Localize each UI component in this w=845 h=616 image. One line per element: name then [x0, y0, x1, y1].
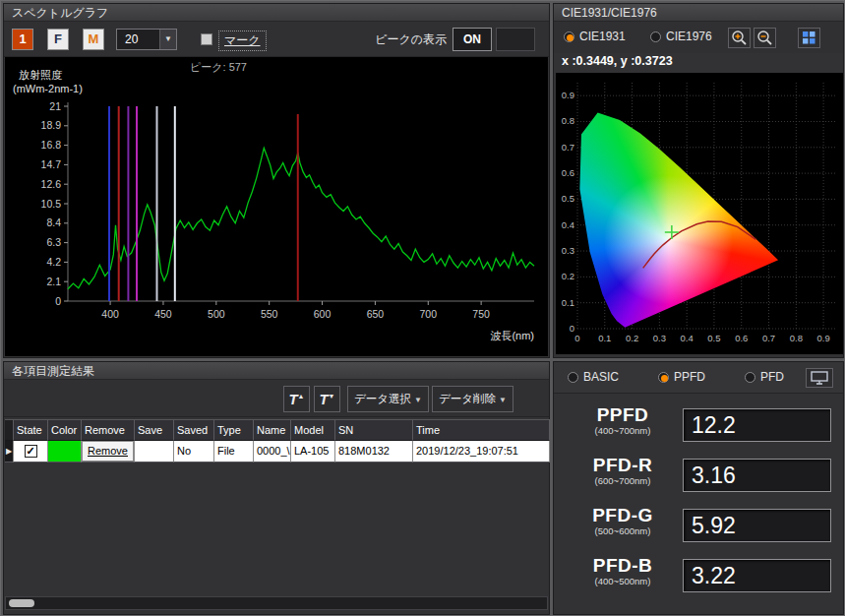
average-count-value: 20 [125, 32, 138, 46]
column-header-save[interactable]: Save [135, 419, 174, 441]
y-axis-title-line1: 放射照度 [19, 68, 62, 83]
metric-label-block: PPFD(400~700nm) [564, 404, 682, 436]
cie-panel-title: CIE1931/CIE1976 [554, 4, 843, 22]
radio-label: BASIC [583, 370, 619, 384]
data-select-label: データ選択 [354, 393, 411, 404]
font-decrease-button[interactable]: T▼ [314, 386, 340, 412]
horizontal-scrollbar[interactable] [5, 596, 548, 610]
time-cell: 2019/12/23_19:07:51 [413, 441, 550, 462]
y-tick-label: 4.2 [46, 256, 61, 268]
peak-value-label: ピーク: 577 [190, 60, 247, 75]
radio-ppfd[interactable]: PPFD [658, 370, 705, 384]
radio-cie1976[interactable]: CIE1976 [650, 30, 712, 43]
radio-icon [658, 372, 669, 383]
planckian-locus [643, 221, 756, 268]
row-selector-header [5, 419, 14, 441]
x-tick-label: 450 [154, 308, 172, 320]
average-count-select[interactable]: 20 ▼ [116, 29, 177, 50]
font-increase-button[interactable]: T▲ [283, 386, 310, 412]
radio-icon [568, 372, 578, 383]
state-cell[interactable]: ✓ [14, 441, 48, 462]
minus-icon: ▼ [329, 393, 335, 400]
scrollbar-thumb[interactable] [9, 599, 34, 607]
remove-button[interactable]: Remove [82, 441, 135, 462]
radio-cie1931[interactable]: CIE1931 [564, 30, 626, 43]
metric-name: PFD-G [564, 505, 682, 526]
ppfd-panel: BASICPPFDPFD PPFD(400~700nm)12.2PFD-R(60… [553, 361, 844, 615]
peak-display-on-button[interactable]: ON [453, 28, 492, 51]
check-icon: ✓ [26, 446, 34, 457]
y-tick-label: 10.5 [41, 198, 62, 210]
y-tick-label: 18.9 [41, 119, 62, 131]
spectrum-chart: 2118.916.814.712.610.58.46.34.22.1040045… [5, 57, 548, 356]
metric-range: (400~700nm) [564, 425, 682, 436]
x-tick-label: 700 [420, 308, 438, 320]
y-tick-label: 21 [49, 100, 61, 112]
state-checkbox[interactable]: ✓ [25, 445, 37, 458]
x-tick-label: 400 [101, 308, 119, 320]
peak-display-off-button[interactable] [496, 28, 535, 51]
data-delete-label: データ削除 [439, 393, 496, 404]
mark-checkbox[interactable] [201, 33, 212, 45]
fit-view-button[interactable] [798, 28, 820, 48]
row-selector-icon: ▶ [6, 447, 12, 456]
metric-row-pfd-g: PFD-G(500~600nm)5.92 [554, 502, 843, 552]
mark-label[interactable]: マーク [218, 31, 267, 51]
x-tick-label: 550 [261, 308, 278, 320]
spectrum-panel: スペクトルグラフ 1 F M 20 ▼ マーク ピークの表示 ON 2118.9… [3, 3, 550, 358]
chevron-down-icon: ▼ [159, 30, 176, 49]
name-cell: 0000_\ [254, 441, 291, 462]
column-header-saved[interactable]: Saved [174, 419, 214, 441]
display-capture-button[interactable] [806, 368, 833, 388]
saved-cell: No [174, 441, 214, 462]
metric-label-block: PFD-G(500~600nm) [564, 505, 682, 536]
column-header-state[interactable]: State [14, 419, 48, 441]
column-header-time[interactable]: Time [413, 419, 550, 441]
y-tick-label: 2.1 [46, 276, 61, 287]
view-m-button[interactable]: M [83, 29, 104, 50]
column-header-name[interactable]: Name [254, 419, 291, 441]
column-header-type[interactable]: Type [214, 419, 254, 441]
display-icon [807, 369, 832, 387]
results-panel: 各項目測定結果 T▲ T▼ データ選択▼ データ削除▼ StateColorRe… [3, 361, 550, 615]
cie-toolbar: CIE1931 CIE1976 [554, 22, 843, 53]
chromaticity-coords: x :0.3449, y :0.3723 [562, 54, 673, 68]
radio-icon [745, 372, 755, 383]
metric-label-block: PFD-R(600~700nm) [564, 455, 682, 486]
radio-pfd[interactable]: PFD [745, 370, 784, 384]
metric-range: (400~500nm) [564, 576, 682, 586]
row-selector[interactable]: ▶ [5, 441, 14, 462]
view-1-button[interactable]: 1 [12, 29, 33, 50]
fit-grid-icon [799, 29, 819, 47]
metric-row-ppfd: PPFD(400~700nm)12.2 [554, 401, 843, 452]
x-tick-label: 600 [314, 308, 332, 320]
spectrum-line [68, 148, 534, 288]
column-header-sn[interactable]: SN [335, 419, 413, 441]
radio-icon [650, 31, 661, 42]
radio-label: PFD [760, 370, 784, 384]
spectrum-toolbar: 1 F M 20 ▼ マーク ピークの表示 ON [4, 22, 549, 57]
metric-value-box: 3.16 [683, 459, 831, 492]
metric-value-box: 5.92 [683, 509, 831, 542]
font-increase-label: T [288, 391, 297, 407]
column-header-model[interactable]: Model [291, 419, 335, 441]
peak-display-label: ピークの表示 [375, 31, 447, 48]
view-f-button[interactable]: F [47, 29, 69, 50]
color-swatch-cell[interactable] [48, 441, 82, 462]
zoom-out-button[interactable] [754, 28, 776, 48]
save-cell[interactable] [135, 441, 174, 462]
metric-range: (500~600nm) [564, 525, 682, 536]
cie-panel: CIE1931/CIE1976 CIE1931 CIE1976 [553, 3, 844, 358]
column-header-remove[interactable]: Remove [82, 419, 135, 441]
y-tick-label: 0 [55, 295, 61, 307]
font-decrease-label: T [319, 391, 328, 407]
y-tick-label: 16.8 [41, 139, 62, 151]
data-delete-button[interactable]: データ削除▼ [432, 386, 513, 412]
metric-name: PFD-B [564, 555, 682, 577]
data-select-button[interactable]: データ選択▼ [347, 386, 429, 412]
radio-icon [564, 31, 574, 42]
metric-value-box: 12.2 [683, 408, 831, 442]
zoom-in-button[interactable] [728, 28, 751, 48]
radio-basic[interactable]: BASIC [568, 370, 619, 384]
column-header-color[interactable]: Color [48, 419, 82, 441]
